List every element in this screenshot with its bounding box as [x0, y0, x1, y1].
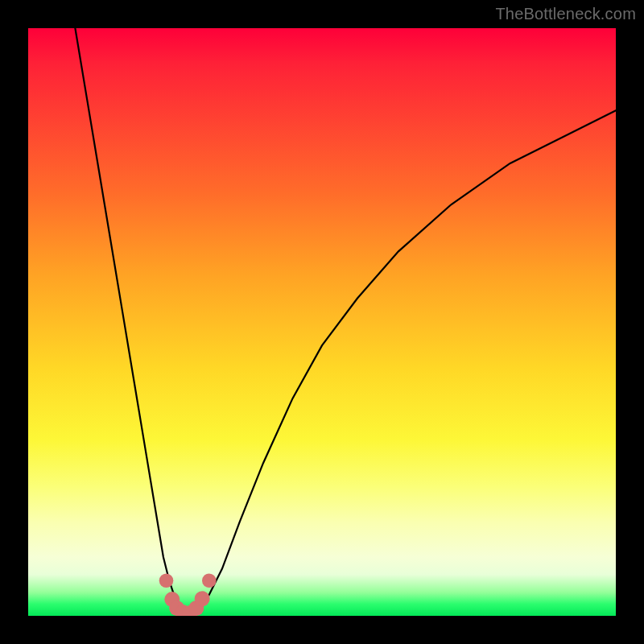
curve-path	[75, 28, 616, 616]
chart-frame: TheBottleneck.com	[0, 0, 644, 644]
marker-dot	[159, 573, 174, 588]
plot-area	[28, 28, 616, 616]
marker-group	[159, 573, 217, 616]
marker-dot	[202, 573, 217, 588]
bottleneck-curve	[28, 28, 616, 616]
marker-dot	[195, 591, 210, 606]
watermark-text: TheBottleneck.com	[495, 5, 636, 23]
